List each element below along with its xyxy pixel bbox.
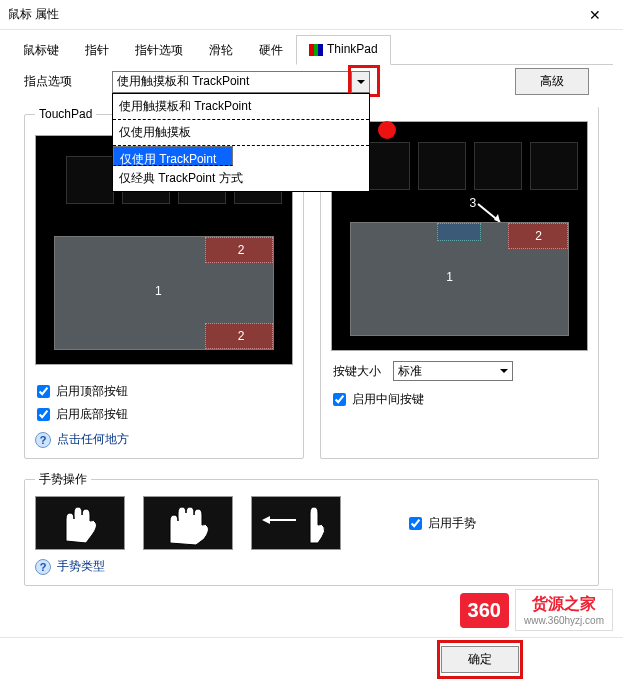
gesture-row: 启用手势 — [35, 496, 588, 550]
pointing-option-3[interactable]: 仅经典 TrackPoint 方式 — [113, 166, 369, 191]
pointing-combo-wrap: 使用触摸板和 TrackPoint 使用触摸板和 TrackPoint 仅使用触… — [112, 71, 370, 93]
truncated-button[interactable] — [529, 648, 609, 672]
watermark: 360 货源之家 www.360hyzj.com — [460, 589, 613, 631]
pointing-option-0[interactable]: 使用触摸板和 TrackPoint — [113, 94, 369, 120]
pointing-row: 指点选项 使用触摸板和 TrackPoint 使用触摸板和 TrackPoint… — [10, 60, 613, 107]
pointing-combo[interactable]: 使用触摸板和 TrackPoint — [112, 71, 352, 93]
num-1: 1 — [155, 284, 162, 298]
enable-top-buttons[interactable]: 启用顶部按钮 — [37, 383, 291, 400]
enable-middle-button[interactable]: 启用中间按键 — [333, 391, 587, 408]
window-title: 鼠标 属性 — [8, 6, 575, 23]
num-2b: 2 — [238, 329, 245, 343]
zone-middle — [437, 223, 481, 241]
checkbox[interactable] — [37, 408, 50, 421]
brand-text: 货源之家 www.360hyzj.com — [515, 589, 613, 631]
annotation-dot — [378, 121, 396, 139]
checkbox[interactable] — [409, 517, 422, 530]
gesture-pinch-icon — [35, 496, 125, 550]
touchpad-area: 2 1 — [350, 222, 570, 336]
gesture-legend: 手势操作 — [35, 471, 91, 488]
gesture-group: 手势操作 启用手势 ?手势类型 — [24, 471, 599, 586]
enable-bottom-buttons[interactable]: 启用底部按钮 — [37, 406, 291, 423]
num-1: 1 — [446, 270, 453, 284]
pointing-dropdown: 使用触摸板和 TrackPoint 仅使用触摸板 仅使用 TrackPoint … — [112, 93, 370, 192]
enable-gestures[interactable]: 启用手势 — [409, 515, 476, 532]
thinkpad-icon — [309, 44, 323, 56]
size-label: 按键大小 — [333, 363, 381, 380]
advanced-button[interactable]: 高级 — [515, 68, 589, 95]
button-size-row: 按键大小 标准 — [333, 361, 587, 381]
key-icon — [474, 142, 522, 190]
arrow-left-icon — [262, 515, 296, 525]
help-click-anywhere[interactable]: ?点击任何地方 — [35, 431, 293, 448]
gesture-swipe-icon — [251, 496, 341, 550]
tab-content: 指点选项 使用触摸板和 TrackPoint 使用触摸板和 TrackPoint… — [10, 60, 613, 637]
titlebar: 鼠标 属性 ✕ — [0, 0, 623, 30]
help-icon: ? — [35, 432, 51, 448]
touchpad-area: 2 1 2 — [54, 236, 274, 350]
svg-marker-3 — [262, 516, 270, 524]
size-select[interactable]: 标准 — [393, 361, 513, 381]
pointing-label: 指点选项 — [24, 73, 72, 90]
touchpad-legend: TouchPad — [35, 107, 96, 121]
chevron-down-icon — [500, 369, 508, 377]
brand-badge: 360 — [460, 593, 509, 628]
key-icon — [418, 142, 466, 190]
dialog-footer: 确定 — [0, 637, 623, 681]
num-2a: 2 — [238, 243, 245, 257]
gesture-three-finger-icon — [143, 496, 233, 550]
key-icon — [66, 156, 114, 204]
help-gesture-type[interactable]: ?手势类型 — [35, 558, 588, 575]
num-2: 2 — [535, 229, 542, 243]
checkbox[interactable] — [37, 385, 50, 398]
key-icon — [530, 142, 578, 190]
ok-button[interactable]: 确定 — [441, 646, 519, 673]
pointing-combo-value: 使用触摸板和 TrackPoint — [117, 73, 249, 90]
help-icon: ? — [35, 559, 51, 575]
close-icon[interactable]: ✕ — [575, 7, 615, 23]
touchpad-checks: 启用顶部按钮 启用底部按钮 ?点击任何地方 — [35, 383, 293, 448]
checkbox[interactable] — [333, 393, 346, 406]
pointing-option-2[interactable]: 仅使用 TrackPoint — [113, 146, 233, 166]
chevron-down-icon[interactable] — [352, 71, 370, 93]
pointing-option-1[interactable]: 仅使用触摸板 — [113, 120, 369, 146]
